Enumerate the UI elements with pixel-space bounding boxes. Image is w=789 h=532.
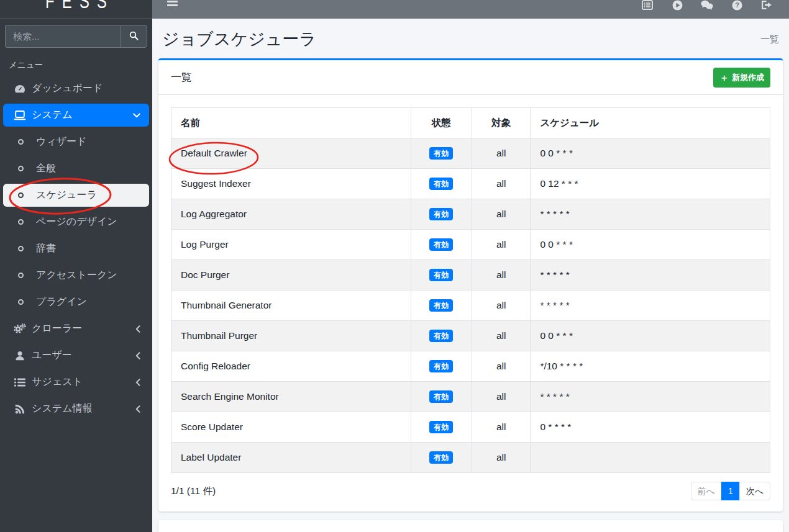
search-icon [129, 31, 139, 42]
sidebar-item-access-token[interactable]: アクセストークン [3, 264, 149, 287]
table-row[interactable]: Log Purger 有効 all 0 0 * * * [171, 230, 770, 260]
search-input[interactable] [5, 25, 121, 48]
status-badge: 有効 [429, 147, 453, 160]
table-row[interactable]: Score Updater 有効 all 0 * * * * [171, 412, 770, 443]
job-target: all [472, 230, 530, 260]
table-row[interactable]: Default Crawler 有効 all 0 0 * * * [171, 138, 770, 169]
job-table: 名前 状態 対象 スケジュール Default Crawler 有効 all 0… [171, 107, 770, 473]
chevron-left-icon [135, 379, 143, 386]
job-name: Thumbnail Purger [171, 321, 411, 351]
page-summary: 1/1 (11 件) [171, 485, 216, 498]
chevron-left-icon [135, 325, 143, 333]
play-circle-icon[interactable] [662, 0, 692, 11]
sidebar-item-page-design[interactable]: ページのデザイン [3, 210, 149, 233]
table-row[interactable]: Label Updater 有効 all [171, 443, 770, 473]
job-schedule: 0 0 * * * [531, 230, 770, 260]
page-1-button[interactable]: 1 [721, 482, 740, 500]
sidebar-item-system-info[interactable]: システム情報 [3, 397, 149, 420]
status-badge: 有効 [429, 451, 453, 464]
page-title: ジョブスケジューラ [162, 28, 316, 50]
sidebar-item-label: ページのデザイン [36, 215, 117, 228]
column-header-name: 名前 [171, 108, 411, 138]
next-card-stub [158, 520, 783, 532]
sidebar-item-suggest[interactable]: サジェスト [3, 371, 149, 394]
job-target: all [472, 321, 530, 351]
table-row[interactable]: Search Engine Monitor 有効 all * * * * * [171, 382, 770, 412]
job-name: Log Aggregator [171, 199, 411, 230]
job-schedule: * * * * * [531, 382, 770, 412]
sidebar-item-system[interactable]: システム [3, 104, 149, 127]
table-row[interactable]: Doc Purger 有効 all * * * * * [171, 260, 770, 291]
status-badge: 有効 [429, 299, 453, 312]
pagination: 前へ 1 次へ [691, 482, 770, 500]
status-badge: 有効 [429, 178, 453, 190]
sidebar-item-scheduler[interactable]: スケジューラ [3, 184, 149, 207]
table-row[interactable]: Suggest Indexer 有効 all 0 12 * * * [171, 169, 770, 199]
sign-out-icon[interactable] [752, 0, 782, 11]
sidebar-item-user[interactable]: ユーザー [3, 344, 149, 367]
sidebar-item-dictionary[interactable]: 辞書 [3, 237, 149, 260]
comments-icon[interactable] [692, 0, 722, 11]
table-row[interactable]: Config Reloader 有効 all */10 * * * * [171, 351, 770, 382]
table-row[interactable]: Thumbnail Generator 有効 all * * * * * [171, 291, 770, 321]
brand-logo[interactable]: FESS [0, 0, 152, 19]
sidebar-item-wizard[interactable]: ウィザード [3, 130, 149, 153]
circle-icon [18, 192, 24, 198]
user-icon [11, 351, 29, 361]
column-header-status: 状態 [411, 108, 472, 138]
content-area: ジョブスケジューラ 一覧 一覧 ＋ 新規作成 名前 状態 対象 スケジュール [152, 19, 789, 532]
card-title: 一覧 [171, 70, 192, 84]
job-name: Search Engine Monitor [171, 382, 411, 412]
sidebar-item-label: サジェスト [32, 376, 83, 389]
sidebar-item-label: システム情報 [32, 402, 93, 415]
table-row[interactable]: Log Aggregator 有効 all * * * * * [171, 199, 770, 230]
menu-section-label: メニュー [9, 60, 152, 71]
circle-icon [18, 219, 24, 225]
breadcrumb: 一覧 [760, 34, 779, 45]
job-target: all [472, 291, 530, 321]
desktop-icon [11, 110, 29, 120]
circle-icon [18, 246, 24, 251]
sidebar-item-crawler[interactable]: クローラー [3, 317, 149, 340]
list-icon [11, 378, 29, 387]
job-name: Suggest Indexer [171, 169, 411, 199]
job-name: Default Crawler [171, 138, 411, 169]
sidebar: FESS メニュー ダッシュボード システム ウ [0, 0, 152, 532]
sidebar-item-dashboard[interactable]: ダッシュボード [3, 77, 149, 100]
table-row[interactable]: Thumbnail Purger 有効 all 0 0 * * * [171, 321, 770, 351]
job-name: Log Purger [171, 230, 411, 260]
status-badge: 有効 [429, 421, 453, 433]
job-name: Score Updater [171, 412, 411, 443]
job-schedule: * * * * * [531, 260, 770, 291]
job-target: all [472, 382, 530, 412]
sidebar-item-label: 辞書 [36, 242, 56, 255]
job-target: all [472, 351, 530, 382]
sidebar-item-label: クローラー [32, 322, 82, 335]
sidebar-item-label: 全般 [36, 162, 56, 175]
create-new-button[interactable]: ＋ 新規作成 [713, 68, 770, 88]
prev-page-button[interactable]: 前へ [691, 482, 722, 500]
job-schedule: 0 * * * * [531, 412, 770, 443]
status-badge: 有効 [429, 208, 453, 220]
rss-icon [11, 404, 29, 414]
sidebar-item-plugin[interactable]: プラグイン [3, 291, 149, 313]
list-alt-icon[interactable] [632, 0, 662, 11]
gears-icon [11, 323, 29, 334]
job-target: all [472, 443, 530, 473]
hamburger-menu-icon[interactable] [167, 0, 178, 8]
question-circle-icon[interactable]: ? [722, 0, 752, 11]
chevron-left-icon [135, 352, 143, 359]
job-target: all [472, 138, 530, 169]
sidebar-item-general[interactable]: 全般 [3, 157, 149, 180]
status-badge: 有効 [429, 238, 453, 251]
job-list-card: 一覧 ＋ 新規作成 名前 状態 対象 スケジュール [158, 58, 783, 512]
next-page-button[interactable]: 次へ [739, 482, 770, 500]
job-schedule: * * * * * [531, 199, 770, 230]
search-button[interactable] [121, 25, 147, 48]
chevron-left-icon [135, 405, 143, 413]
brand-logo-text: FESS [21, 0, 130, 13]
sidebar-item-label: アクセストークン [36, 269, 117, 282]
svg-text:?: ? [735, 1, 739, 9]
sidebar-item-label: ユーザー [32, 349, 72, 362]
circle-icon [18, 139, 24, 145]
